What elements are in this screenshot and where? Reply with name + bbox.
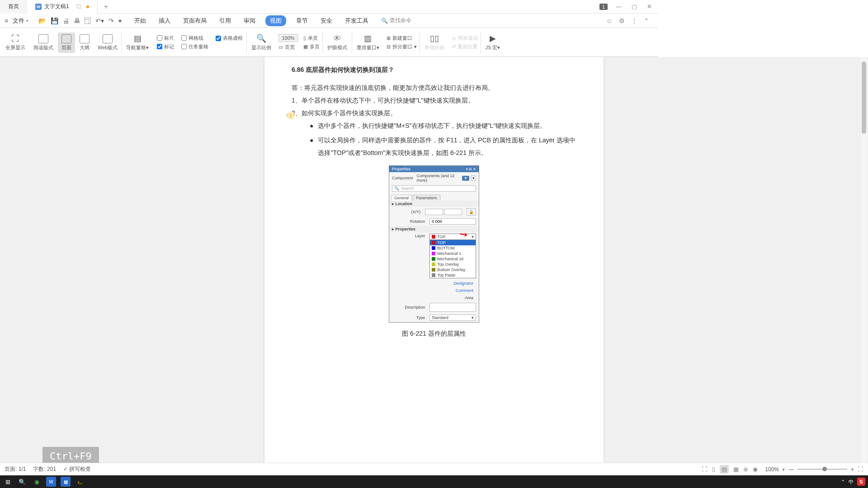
eye-mode-button[interactable]: 👁 护眼模式 xyxy=(323,28,352,56)
list-item: ● 可以全局操作，同样选中需要换层的器件，按 F11，进入 PCB 的属性面板，… xyxy=(310,134,576,159)
paragraph: 1、单个器件在移动状态下中，可执行快捷键"L"键快速实现换层。 xyxy=(292,94,576,107)
redo-icon[interactable]: ↷ xyxy=(108,17,114,24)
reading-view-button[interactable]: 阅读版式 xyxy=(30,33,57,53)
panel-title-bar: Properties ▾ ⊟ ✕ xyxy=(389,166,479,172)
tab-reference[interactable]: 引用 xyxy=(217,15,234,27)
single-page-button[interactable]: ▯ 单页 xyxy=(303,35,320,42)
feedback-icon[interactable]: ☺ xyxy=(606,17,613,24)
tab-general: General xyxy=(391,195,412,201)
tab-pagelayout[interactable]: 页面布局 xyxy=(180,15,209,27)
print-icon[interactable]: 🖨 xyxy=(63,17,69,24)
page-icon xyxy=(61,34,71,43)
doc-icon: W xyxy=(35,4,42,10)
tab-chapter[interactable]: 章节 xyxy=(293,15,311,27)
fullscreen-icon: ⛶ xyxy=(11,34,19,43)
settings-icon[interactable]: ⚙ xyxy=(619,17,625,24)
list-item: ● 选中多个器件，执行快捷键"M+S"在移动状态下，执行快捷键"L"键快速实现换… xyxy=(310,119,576,132)
nav-pane-button[interactable]: ▤ 导航窗格▾ xyxy=(122,28,153,56)
heading: 6.86 底层器件如何快速切换到顶层？ xyxy=(292,66,576,74)
tab-view[interactable]: 视图 xyxy=(265,15,286,26)
hamburger-icon[interactable]: ≡ xyxy=(5,17,8,24)
maximize-button[interactable]: ▢ xyxy=(630,1,639,12)
zoom-button[interactable]: 🔍 显示比例 xyxy=(247,28,276,56)
zoom-icon: 🔍 xyxy=(256,33,266,43)
layer-option: Top Paste xyxy=(430,272,476,278)
screen-icon[interactable]: ⿻ xyxy=(76,4,82,10)
web-icon xyxy=(103,34,113,43)
outline-view-button[interactable]: 大纲 xyxy=(76,33,93,53)
menu-bar: ≡ 文件 ▾ 📂 💾 🖨 🖶 ⿹ ↶▾ ↷ ▾ 开始 插入 页面布局 引用 审阅… xyxy=(0,14,658,28)
tab-insert[interactable]: 插入 xyxy=(156,15,173,27)
page-view-button[interactable]: 页面 xyxy=(58,33,75,53)
ruler-checkbox[interactable]: 标尺 xyxy=(157,35,174,42)
zoom-value[interactable]: 100% xyxy=(278,34,297,42)
rotation-field xyxy=(429,218,476,225)
ribbon-tabs: 开始 插入 页面布局 引用 审阅 视图 章节 安全 开发工具 xyxy=(132,15,371,27)
modified-dot-icon xyxy=(86,5,89,8)
chevron-down-icon: ▾ xyxy=(26,19,28,23)
undo-icon[interactable]: ↶▾ xyxy=(95,17,104,24)
more-icon[interactable]: ⋮ xyxy=(631,17,637,24)
split-window-button[interactable]: ⊟ 拆分窗口▾ xyxy=(387,43,417,50)
fullscreen-button[interactable]: ⛶ 全屏显示 xyxy=(2,32,29,53)
web-view-button[interactable]: Web版式 xyxy=(94,33,121,53)
marks-checkbox[interactable]: 标记 xyxy=(157,43,174,50)
layer-option: TOP xyxy=(430,240,476,245)
table-frame-checkbox[interactable]: 表格虚框 xyxy=(216,35,243,42)
rearrange-window-button[interactable]: ▥ 重排窗口▾ xyxy=(352,28,384,56)
minimize-button[interactable]: — xyxy=(614,1,623,12)
compare-icon: ▯▯ xyxy=(430,33,439,43)
new-tab-button[interactable]: + xyxy=(98,0,114,14)
tab-review[interactable]: 审阅 xyxy=(241,15,258,27)
macro-icon: ▶ xyxy=(490,33,496,43)
properties-panel-figure: Properties ▾ ⊟ ✕ Component Components (a… xyxy=(389,165,479,323)
section-properties: ▸ Properties xyxy=(389,226,479,232)
dropdown-icon: ▾ xyxy=(471,175,476,181)
eye-icon: 👁 xyxy=(333,34,341,43)
layer-option: Mechanical 16 xyxy=(430,256,476,262)
layer-dropdown: ➘ TOP▾ TOP BOTTOM Mechanical 1 Mechanica… xyxy=(429,234,476,278)
reset-pos-button: ↺ 重设位置 xyxy=(452,43,478,50)
text-cursor-icon: I xyxy=(287,112,294,119)
tab-start[interactable]: 开始 xyxy=(132,15,149,27)
filter-icon: ▼ xyxy=(462,176,469,181)
multi-page-button[interactable]: ▦ 多页 xyxy=(303,43,320,50)
pin-icon: ▾ ⊟ ✕ xyxy=(466,167,476,171)
sync-scroll-button: ▭ 同步滚动 xyxy=(452,35,478,42)
title-bar: 首页 W 文字文稿1 ⿻ + 1 — ▢ ✕ xyxy=(0,0,658,14)
taskpane-checkbox[interactable]: 任务窗格 xyxy=(181,43,208,50)
search-icon: 🔍 xyxy=(381,18,388,24)
layer-option: Top Overlay xyxy=(430,262,476,267)
scan-icon[interactable]: ⿹ xyxy=(85,17,91,24)
description-field xyxy=(429,303,476,312)
search-field: 🔍 Search xyxy=(392,185,476,192)
document-page[interactable]: ▤ ▾ 6.86 底层器件如何快速切换到顶层？ 答：将元器件实现快速的顶底切换，… xyxy=(264,57,604,369)
layer-option: Bottom Overlay xyxy=(430,267,476,272)
rearrange-icon: ▥ xyxy=(364,33,372,43)
qat-more-icon[interactable]: ▾ xyxy=(118,17,122,24)
search-command[interactable]: 🔍 查找命令 xyxy=(381,17,411,24)
notification-badge[interactable]: 1 xyxy=(599,4,608,10)
gridlines-checkbox[interactable]: 网格线 xyxy=(181,35,208,42)
bullet-icon: ● xyxy=(310,119,313,132)
print-preview-icon[interactable]: 🖶 xyxy=(74,17,80,24)
new-window-button[interactable]: ⊞ 新建窗口 xyxy=(387,35,417,42)
tab-devtools[interactable]: 开发工具 xyxy=(342,15,371,27)
x-field xyxy=(425,209,443,215)
tab-document[interactable]: W 文字文稿1 ⿻ xyxy=(27,0,98,14)
file-menu[interactable]: 文件 ▾ xyxy=(13,17,28,25)
open-icon[interactable]: 📂 xyxy=(38,17,46,24)
paragraph: 2、如何实现多个器件快速实现换层。 xyxy=(292,107,576,119)
tab-security[interactable]: 安全 xyxy=(318,15,335,27)
file-label: 文件 xyxy=(13,17,24,25)
collapse-ribbon-icon[interactable]: ⌃ xyxy=(644,17,649,24)
document-area[interactable]: ▤ ▾ 6.86 底层器件如何快速切换到顶层？ 答：将元器件实现快速的顶底切换，… xyxy=(0,57,658,369)
outline-icon xyxy=(80,34,90,43)
tab-home[interactable]: 首页 xyxy=(0,0,27,14)
close-button[interactable]: ✕ xyxy=(645,1,654,12)
nav-pane-icon: ▤ xyxy=(134,33,142,43)
page-width-button[interactable]: ▭ 页宽 xyxy=(278,44,297,51)
tab-parameters: Parameters xyxy=(413,195,440,201)
js-macro-button[interactable]: ▶ JS 宏▾ xyxy=(481,28,505,56)
save-icon[interactable]: 💾 xyxy=(51,17,58,24)
